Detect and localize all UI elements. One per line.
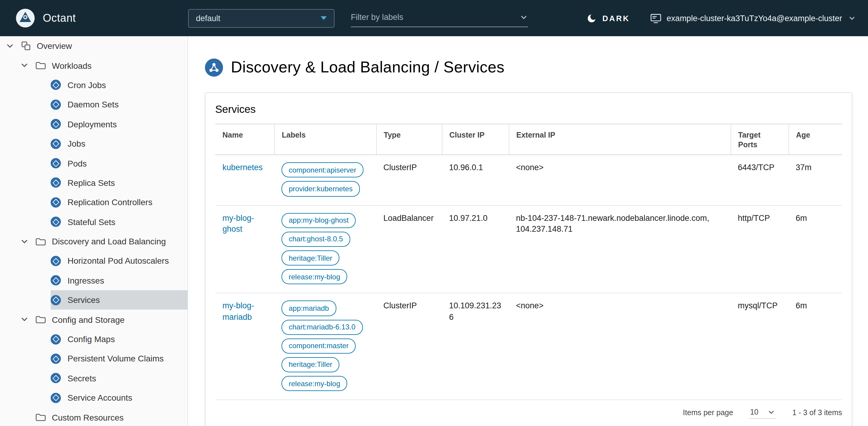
caret-down-icon bbox=[321, 16, 327, 20]
service-name-link[interactable]: my-blog-ghost bbox=[222, 213, 254, 233]
type-cell: ClusterIP bbox=[376, 155, 442, 205]
app-body: Overview Workloads Cron Jobs Daemon Sets… bbox=[0, 36, 868, 426]
chevron-down-icon[interactable] bbox=[5, 41, 14, 50]
chevron-down-icon[interactable] bbox=[20, 237, 28, 246]
column-header-type: Type bbox=[376, 124, 442, 155]
sidebar-item-label: Jobs bbox=[67, 139, 85, 148]
filter-caret-icon[interactable] bbox=[520, 13, 528, 22]
sidebar-group-config-and-storage[interactable]: Config and Storage bbox=[0, 310, 187, 330]
sidebar-item-service-accounts[interactable]: Service Accounts bbox=[51, 388, 187, 407]
age-cell: 6m bbox=[788, 205, 842, 293]
sidebar-group-discovery-and-load-balancing[interactable]: Discovery and Load Balancing bbox=[0, 232, 187, 251]
sidebar-item-secrets[interactable]: Secrets bbox=[51, 368, 187, 388]
sidebar-item-label: Cron Jobs bbox=[67, 80, 106, 90]
sidebar-item-daemon-sets[interactable]: Daemon Sets bbox=[51, 95, 187, 114]
pagination-footer: Items per page 10 1 - 3 of 3 items bbox=[206, 400, 852, 426]
sidebar-item-label: Horizontal Pod Autoscalers bbox=[67, 256, 169, 266]
cluster-ip-cell: 10.96.0.1 bbox=[442, 155, 509, 205]
cluster-icon bbox=[650, 13, 661, 23]
services-table: Name Labels Type Cluster IP External IP … bbox=[215, 124, 842, 400]
sidebar-item-label: Replica Sets bbox=[67, 178, 115, 188]
namespace-select-value: default bbox=[196, 13, 220, 23]
sidebar-item-overview[interactable]: Overview bbox=[0, 36, 187, 56]
sidebar-item-deployments[interactable]: Deployments bbox=[51, 114, 187, 134]
cron-jobs-icon bbox=[51, 80, 61, 90]
items-per-page-label: Items per page bbox=[683, 409, 733, 417]
sidebar-item-label: Replication Controllers bbox=[67, 198, 153, 207]
stateful-sets-icon bbox=[51, 217, 61, 227]
label-pill[interactable]: provider:kubernetes bbox=[281, 181, 360, 196]
secrets-icon bbox=[51, 373, 61, 384]
sidebar-item-label: Deployments bbox=[67, 119, 117, 129]
sidebar-item-horizontal-pod-autoscalers[interactable]: Horizontal Pod Autoscalers bbox=[51, 251, 187, 271]
age-cell: 6m bbox=[788, 293, 842, 400]
sidebar-item-persistent-volume-claims[interactable]: Persistent Volume Claims bbox=[51, 349, 187, 369]
sidebar-item-services[interactable]: Services bbox=[51, 290, 187, 310]
service-accounts-icon bbox=[51, 393, 61, 403]
theme-toggle-button[interactable]: DARK bbox=[587, 13, 630, 23]
sidebar-item-replication-controllers[interactable]: Replication Controllers bbox=[51, 193, 187, 212]
chevron-down-icon[interactable] bbox=[20, 61, 28, 70]
sidebar-item-jobs[interactable]: Jobs bbox=[51, 134, 187, 153]
jobs-icon bbox=[51, 139, 61, 149]
service-name-link[interactable]: my-blog-mariadb bbox=[222, 302, 254, 321]
ingresses-icon bbox=[51, 276, 61, 286]
cluster-ip-cell: 10.109.231.236 bbox=[442, 293, 509, 400]
label-filter bbox=[351, 9, 528, 27]
label-pill[interactable]: heritage:Tiller bbox=[281, 357, 340, 372]
pods-icon bbox=[51, 158, 61, 168]
sidebar-item-cron-jobs[interactable]: Cron Jobs bbox=[51, 76, 187, 95]
overview-icon bbox=[21, 41, 31, 51]
label-pill[interactable]: release:my-blog bbox=[281, 376, 347, 391]
column-header-age: Age bbox=[788, 124, 842, 155]
sidebar-item-label: Pods bbox=[67, 159, 87, 168]
page-title-text: Discovery & Load Balancing / Services bbox=[231, 58, 504, 77]
sidebar-group-label: Config and Storage bbox=[52, 315, 124, 324]
external-ip-cell: nb-104-237-148-71.newark.nodebalancer.li… bbox=[509, 205, 731, 293]
folder-icon bbox=[36, 237, 46, 246]
label-pill[interactable]: heritage:Tiller bbox=[281, 250, 340, 265]
sidebar-item-pods[interactable]: Pods bbox=[51, 153, 187, 173]
table-row: my-blog-ghost app:my-blog-ghost chart:gh… bbox=[215, 205, 842, 293]
folder-icon bbox=[36, 315, 46, 324]
column-header-name: Name bbox=[215, 124, 274, 155]
external-ip-cell: <none> bbox=[509, 155, 731, 205]
sidebar-item-label: Ingresses bbox=[67, 276, 104, 285]
label-pill[interactable]: app:my-blog-ghost bbox=[281, 213, 356, 228]
sidebar-group-custom-resources[interactable]: Custom Resources bbox=[0, 407, 187, 426]
sidebar-item-stateful-sets[interactable]: Stateful Sets bbox=[51, 212, 187, 232]
sidebar-item-config-maps[interactable]: Config Maps bbox=[51, 330, 187, 349]
service-name-link[interactable]: kubernetes bbox=[222, 163, 263, 172]
column-header-cluster-ip: Cluster IP bbox=[442, 124, 509, 155]
sidebar-item-label: Service Accounts bbox=[67, 393, 132, 402]
label-pill[interactable]: chart:mariadb-6.13.0 bbox=[281, 319, 363, 335]
label-pill[interactable]: release:my-blog bbox=[281, 269, 347, 284]
cluster-selector[interactable]: example-cluster-ka3TuTzYo4a@example-clus… bbox=[650, 13, 856, 23]
pagination-range: 1 - 3 of 3 items bbox=[792, 409, 842, 417]
label-pill[interactable]: component:apiserver bbox=[281, 163, 364, 178]
namespace-select[interactable]: default bbox=[188, 9, 335, 27]
card-title: Services bbox=[206, 93, 852, 124]
table-row: kubernetes component:apiserver provider:… bbox=[215, 155, 842, 205]
app-header: Octant default DARK bbox=[0, 0, 868, 36]
label-pill[interactable]: chart:ghost-8.0.5 bbox=[281, 232, 350, 247]
sidebar-group-label: Custom Resources bbox=[52, 413, 124, 422]
moon-icon bbox=[587, 13, 597, 23]
sidebar-group-label: Workloads bbox=[52, 61, 92, 70]
page-title: Discovery & Load Balancing / Services bbox=[205, 58, 852, 77]
label-filter-input[interactable] bbox=[351, 13, 520, 22]
sidebar-item-ingresses[interactable]: Ingresses bbox=[51, 271, 187, 290]
octant-app: Octant default DARK bbox=[0, 0, 868, 426]
folder-icon bbox=[36, 413, 46, 422]
sidebar-group-workloads[interactable]: Workloads bbox=[0, 56, 187, 76]
config-maps-icon bbox=[51, 334, 61, 344]
column-header-labels: Labels bbox=[274, 124, 376, 155]
sidebar-item-label: Config Maps bbox=[67, 334, 115, 344]
sidebar-item-replica-sets[interactable]: Replica Sets bbox=[51, 173, 187, 193]
items-per-page-select[interactable]: 10 bbox=[749, 407, 777, 419]
label-pill[interactable]: component:master bbox=[281, 339, 356, 353]
sidebar-item-label: Stateful Sets bbox=[67, 217, 116, 227]
chevron-down-icon[interactable] bbox=[20, 315, 28, 324]
horizontal-pod-autoscalers-icon bbox=[51, 256, 61, 266]
label-pill[interactable]: app:mariadb bbox=[281, 301, 336, 316]
